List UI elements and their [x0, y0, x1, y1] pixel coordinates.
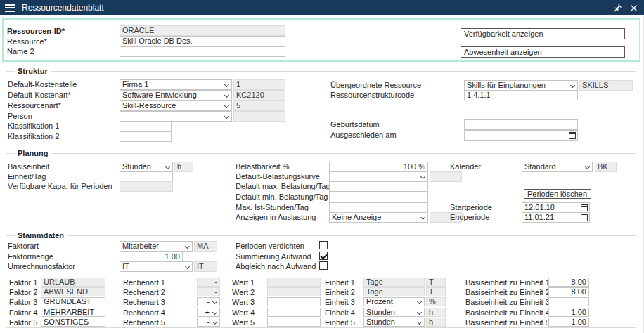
faktor4-field[interactable]: MEHRARBEIT: [41, 308, 105, 317]
person-select[interactable]: [120, 111, 232, 122]
rechenart5-select[interactable]: -: [197, 318, 220, 327]
ressourcenart-select[interactable]: Skill-Ressource: [120, 100, 232, 111]
default-kostenart-select[interactable]: Software-Entwicklung: [120, 90, 232, 100]
default-kostenart-code: KC2120: [233, 90, 285, 100]
perioden-verdichten-label: Perioden verdichten: [236, 242, 304, 251]
belastbarkeit-field[interactable]: 100 %: [329, 162, 428, 172]
basiseinheit-zu-einheit5-label: Basiseinheit zu Einheit 5: [465, 318, 550, 327]
endperiode-label: Endperiode: [450, 213, 489, 222]
ressourcen-id-label: Ressourcen-ID*: [7, 27, 65, 36]
faktor3-field[interactable]: GRUNDLAST: [41, 297, 105, 306]
kalender-code: BK: [595, 162, 617, 172]
einheit2-code: T: [426, 287, 446, 296]
name2-field[interactable]: [120, 46, 285, 57]
perioden-loeschen-button[interactable]: Perioden löschen: [524, 189, 591, 199]
calendar-icon[interactable]: [569, 131, 576, 139]
faktor2-label: Faktor 2: [9, 288, 37, 297]
chevron-down-icon: [417, 299, 422, 304]
abwesenheit-anzeigen-button[interactable]: Abwesenheit anzeigen: [461, 46, 625, 58]
basiseinheit-zu-einheit5-field[interactable]: 1.00: [548, 318, 589, 327]
basiseinheit-zu-einheit3-field[interactable]: [548, 297, 589, 306]
chevron-down-icon: [224, 103, 229, 108]
wert5-field[interactable]: [267, 318, 321, 327]
pin-icon[interactable]: [613, 4, 622, 13]
kalender-select[interactable]: Standard: [522, 162, 593, 172]
chevron-down-icon: [185, 264, 190, 269]
calendar-icon[interactable]: [581, 214, 588, 221]
faktorart-code: MA: [194, 241, 217, 252]
struktur-legend: Struktur: [15, 67, 51, 75]
wert4-field[interactable]: [267, 308, 321, 317]
uebergeordnete-ressource-label: Übergeordnete Ressource: [330, 81, 421, 90]
chevron-down-icon: [224, 93, 229, 98]
default-kostenstelle-code: 1: [233, 79, 285, 90]
faktor1-label: Faktor 1: [9, 278, 37, 287]
default-belastungskurve-label: Default-Belastungskurve: [236, 172, 320, 181]
max-ist-stunden-field[interactable]: [329, 202, 428, 213]
verfuegbare-kapa-label: Verfügbare Kapa. für Perioden: [8, 182, 112, 191]
startperiode-field[interactable]: 12.01.18: [522, 202, 590, 213]
menu-icon[interactable]: [5, 4, 15, 12]
ressource-field[interactable]: Skill Oracle DB Des.: [120, 36, 285, 46]
rechenart4-select[interactable]: +: [197, 308, 220, 317]
summierung-aufwand-checkbox[interactable]: [319, 252, 328, 260]
verfuegbare-kapa-field: [120, 181, 173, 192]
calendar-icon[interactable]: [581, 204, 588, 211]
rechenart2-field: -: [197, 287, 220, 296]
einheit-tag-field[interactable]: [120, 171, 173, 182]
wert3-label: Wert 3: [232, 298, 255, 307]
faktor2-field: ABWESEND: [41, 287, 105, 296]
faktor3-label: Faktor 3: [9, 298, 37, 307]
uebergeordnete-ressource-select[interactable]: Skills für Einplanungen: [464, 80, 578, 91]
verfuegbarkeit-anzeigen-button[interactable]: Verfügbarkeit anzeigen: [461, 28, 625, 39]
geburtsdatum-label: Geburtsdatum: [330, 120, 380, 129]
default-belastungskurve-select[interactable]: [329, 171, 428, 182]
umrechnungsfaktor-select[interactable]: IT: [120, 261, 193, 272]
faktormenge-field[interactable]: 1.00: [120, 252, 183, 262]
default-max-belastung-field[interactable]: [329, 181, 428, 192]
ressourcenart-code: 5: [233, 100, 285, 111]
einheit5-select[interactable]: Stunden: [363, 318, 425, 327]
einheit5-code: h: [426, 318, 446, 327]
basiseinheit-zu-einheit1-field[interactable]: 8.00: [548, 278, 589, 287]
chevron-down-icon: [185, 244, 190, 249]
endperiode-field[interactable]: 11.01.21: [522, 212, 590, 223]
default-kostenstelle-label: Default-Kostenstelle: [8, 80, 77, 89]
anzeigen-in-auslastung-select[interactable]: Keine Anzeige: [329, 212, 428, 223]
ressourcenstrukturcode-field[interactable]: 1.4.1.1: [464, 90, 578, 100]
basiseinheit-zu-einheit2-field[interactable]: 8.00: [548, 287, 589, 296]
wert3-field[interactable]: [267, 297, 321, 306]
chevron-down-icon: [212, 320, 217, 325]
default-kostenstelle-select[interactable]: Firma 1: [120, 79, 232, 90]
klassifikation2-field[interactable]: [120, 131, 172, 142]
klassifikation1-field[interactable]: [120, 121, 172, 131]
basiseinheit-zu-einheit4-field[interactable]: 1.00: [548, 308, 589, 317]
basiseinheit-zu-einheit2-label: Basiseinheit zu Einheit 2: [465, 288, 550, 297]
einheit3-select[interactable]: Prozent: [363, 297, 425, 306]
faktor5-field[interactable]: SONSTIGES: [41, 318, 105, 327]
chevron-down-icon: [212, 310, 217, 315]
default-min-belastung-field[interactable]: [329, 192, 428, 202]
abgleich-nach-aufwand-checkbox[interactable]: [319, 261, 328, 270]
ressourcen-id-field: ORACLE: [120, 25, 285, 36]
startperiode-label: Startperiode: [450, 203, 492, 212]
basiseinheit-select[interactable]: Stunden: [120, 162, 173, 172]
person-code: [233, 111, 285, 122]
stammdaten-legend: Stammdaten: [15, 231, 67, 240]
ressourcenart-label: Ressourcenart*: [8, 101, 61, 110]
einheit1-code: T: [426, 278, 446, 287]
ausgeschieden-am-field[interactable]: [464, 130, 578, 141]
wert5-label: Wert 5: [232, 318, 255, 327]
person-label: Person: [8, 112, 32, 121]
einheit2-field: Tage: [363, 287, 425, 296]
einheit4-select[interactable]: Stunden: [363, 308, 425, 317]
chevron-down-icon: [224, 114, 229, 119]
einheit3-label: Einheit 3: [325, 298, 355, 307]
rechenart3-select[interactable]: -: [197, 297, 220, 306]
geburtsdatum-field[interactable]: [464, 119, 578, 130]
perioden-verdichten-checkbox[interactable]: [319, 241, 328, 249]
chevron-down-icon: [420, 215, 425, 220]
close-icon[interactable]: [630, 4, 638, 12]
default-belastungskurve-code: [430, 171, 462, 182]
faktorart-select[interactable]: Mitarbeiter: [120, 241, 193, 252]
